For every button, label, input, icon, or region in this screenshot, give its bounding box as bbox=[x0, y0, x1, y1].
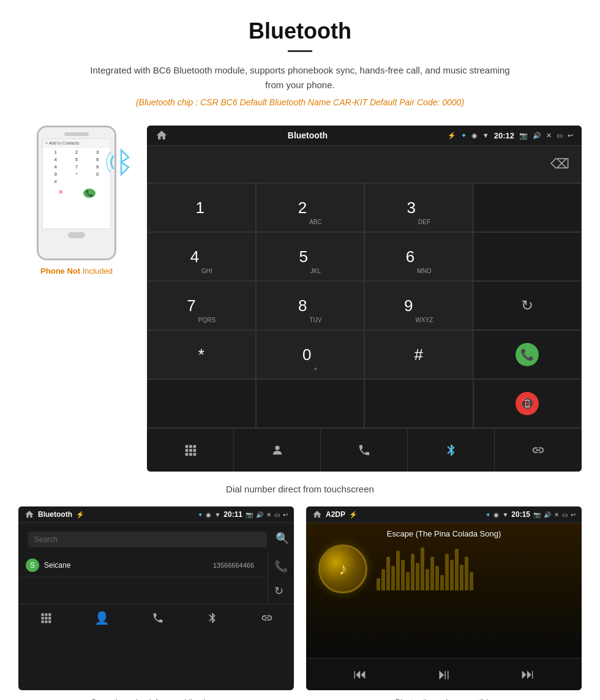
pb-nav-grid-icon[interactable] bbox=[40, 612, 52, 624]
music-panel: A2DP ⚡ ✦ ◉ ▼ 20:15 📷 🔊 ✕ ▭ ↩ Escape (The bbox=[306, 506, 582, 700]
music-home-icon[interactable] bbox=[312, 510, 322, 519]
bluetooth-signal-waves bbox=[104, 144, 135, 184]
backspace-button[interactable]: ⌫ bbox=[550, 156, 569, 172]
next-track-icon[interactable]: ⏭ bbox=[521, 666, 534, 682]
phonebook-search-box[interactable]: Search bbox=[28, 532, 267, 548]
visualizer-bar bbox=[381, 569, 385, 590]
svg-rect-16 bbox=[41, 620, 43, 623]
visualizer-bar bbox=[465, 557, 468, 590]
music-statusbar-left: A2DP ⚡ bbox=[312, 510, 358, 519]
svg-rect-14 bbox=[45, 617, 47, 619]
pb-nav-bt-icon[interactable] bbox=[206, 612, 219, 624]
pb-refresh-icon[interactable]: ↻ bbox=[274, 584, 288, 598]
visualizer-bar bbox=[440, 575, 444, 590]
contact-row[interactable]: S Seicane 13566664466 bbox=[18, 554, 268, 578]
phone-key-star: 9 bbox=[45, 171, 66, 178]
music-camera-icon: 📷 bbox=[533, 511, 541, 518]
music-vol-icon: 🔊 bbox=[544, 511, 551, 518]
dial-key-star[interactable]: * bbox=[147, 330, 256, 379]
music-usb-icon: ⚡ bbox=[349, 511, 358, 519]
search-placeholder: Search bbox=[34, 535, 58, 544]
phone-not-included-label: Phone Not Included bbox=[40, 266, 113, 276]
dial-nav-grid[interactable] bbox=[147, 429, 234, 472]
svg-rect-11 bbox=[45, 614, 47, 616]
dial-key-6[interactable]: 6MNO bbox=[364, 232, 473, 281]
dial-section: + Add to Contacts 1 2 3 4 5 6 4 7 8 bbox=[0, 113, 600, 478]
svg-rect-8 bbox=[193, 453, 196, 456]
dial-key-empty-6 bbox=[364, 379, 473, 428]
music-back-icon: ↩ bbox=[571, 511, 576, 518]
prev-track-icon[interactable]: ⏮ bbox=[353, 666, 367, 682]
page-title: Bluetooth bbox=[12, 18, 588, 44]
visualizer-bar bbox=[455, 549, 459, 590]
status-time: 20:12 bbox=[494, 131, 514, 140]
pb-phone-icon[interactable]: 📞 bbox=[274, 560, 288, 573]
statusbar-right: ⚡ ✦ ◉ ▼ 20:12 📷 🔊 ✕ ▭ ↩ bbox=[448, 131, 573, 140]
search-icon[interactable]: 🔍 bbox=[276, 532, 289, 545]
pb-camera-icon: 📷 bbox=[246, 511, 253, 518]
music-statusbar: A2DP ⚡ ✦ ◉ ▼ 20:15 📷 🔊 ✕ ▭ ↩ bbox=[306, 506, 582, 523]
dial-number-display: ⌫ bbox=[147, 146, 582, 183]
music-controls: ⏮ ⏯ ⏭ bbox=[306, 658, 582, 690]
music-loc-icon: ◉ bbox=[493, 511, 499, 518]
pb-home-icon[interactable] bbox=[24, 510, 34, 519]
dial-key-0[interactable]: 0+ bbox=[256, 330, 365, 379]
music-signal-icon: ▼ bbox=[502, 511, 508, 518]
dial-key-3[interactable]: 3DEF bbox=[364, 183, 473, 232]
phonebook-content: S Seicane 13566664466 📞 ↻ bbox=[18, 554, 294, 604]
visualizer-bar bbox=[430, 557, 434, 590]
visualizer-bar bbox=[435, 566, 439, 590]
dial-key-empty-1 bbox=[473, 183, 582, 232]
phonebook-statusbar: Bluetooth ⚡ ✦ ◉ ▼ 20:11 📷 🔊 ✕ ▭ ↩ bbox=[18, 506, 294, 523]
dial-caption: Dial number direct from touchscreen bbox=[0, 478, 600, 506]
dial-key-9[interactable]: 9WXYZ bbox=[364, 281, 473, 330]
visualizer-bar bbox=[426, 569, 429, 590]
music-album-area: ♪ bbox=[312, 544, 576, 593]
dial-key-7[interactable]: 7PQRS bbox=[147, 281, 256, 330]
pb-bt-icon: ✦ bbox=[198, 511, 203, 518]
song-title: Escape (The Pina Colada Song) bbox=[387, 529, 501, 538]
dial-key-5[interactable]: 5JKL bbox=[256, 232, 365, 281]
dial-key-1[interactable]: 1 bbox=[147, 183, 256, 232]
album-art: ♪ bbox=[318, 544, 367, 593]
contact-name: Seicane bbox=[44, 561, 213, 570]
play-pause-icon[interactable]: ⏯ bbox=[437, 666, 451, 683]
pb-nav-link-icon[interactable] bbox=[261, 612, 273, 624]
dial-key-4[interactable]: 4GHI bbox=[147, 232, 256, 281]
svg-rect-3 bbox=[185, 449, 188, 452]
pb-nav-phone-icon[interactable] bbox=[152, 612, 164, 624]
refresh-icon[interactable]: ↻ bbox=[521, 297, 533, 314]
pb-time: 20:11 bbox=[223, 510, 242, 519]
dial-nav-phone[interactable] bbox=[321, 429, 408, 472]
dial-nav-link[interactable] bbox=[495, 429, 582, 472]
pb-loc-icon: ◉ bbox=[206, 511, 211, 518]
pb-nav-person-icon[interactable]: 👤 bbox=[94, 611, 110, 625]
dial-key-2[interactable]: 2ABC bbox=[256, 183, 365, 232]
dial-screen: Bluetooth ⚡ ✦ ◉ ▼ 20:12 📷 🔊 ✕ ▭ ↩ ⌫ 1 2A… bbox=[147, 126, 582, 472]
music-statusbar-right: ✦ ◉ ▼ 20:15 📷 🔊 ✕ ▭ ↩ bbox=[486, 510, 576, 519]
phone-key-5: 5 bbox=[66, 156, 86, 163]
phonebook-list: S Seicane 13566664466 bbox=[18, 554, 268, 604]
music-close-icon: ✕ bbox=[554, 511, 559, 518]
dial-grid: 1 2ABC 3DEF 4GHI 5JKL 6MNO 7PQRS 8TUV 9W… bbox=[147, 183, 582, 428]
phone-dial-grid: 1 2 3 4 5 6 4 7 8 9 * 0 # bbox=[43, 148, 110, 186]
call-green-icon: 📞 bbox=[516, 343, 539, 366]
pb-usb-icon: ⚡ bbox=[76, 511, 84, 519]
call-red-icon: 📵 bbox=[516, 392, 539, 415]
visualizer-bar bbox=[411, 554, 414, 590]
dial-key-8[interactable]: 8TUV bbox=[256, 281, 365, 330]
svg-rect-4 bbox=[189, 449, 192, 452]
dial-nav-contacts[interactable] bbox=[234, 429, 321, 472]
music-app-name: A2DP bbox=[326, 510, 345, 519]
home-icon[interactable] bbox=[156, 129, 168, 141]
svg-rect-18 bbox=[48, 620, 51, 623]
dial-key-hash[interactable]: # bbox=[364, 330, 473, 379]
location-icon: ◉ bbox=[471, 132, 478, 140]
svg-rect-5 bbox=[193, 449, 196, 452]
pb-vol-icon: 🔊 bbox=[256, 511, 263, 518]
dial-key-end-call[interactable]: 📵 bbox=[473, 379, 582, 428]
visualizer-bar bbox=[406, 572, 410, 590]
dial-key-call[interactable]: 📞 bbox=[473, 330, 582, 379]
dial-nav-bluetooth[interactable] bbox=[408, 429, 495, 472]
bluetooth-icon: ✦ bbox=[461, 132, 467, 140]
